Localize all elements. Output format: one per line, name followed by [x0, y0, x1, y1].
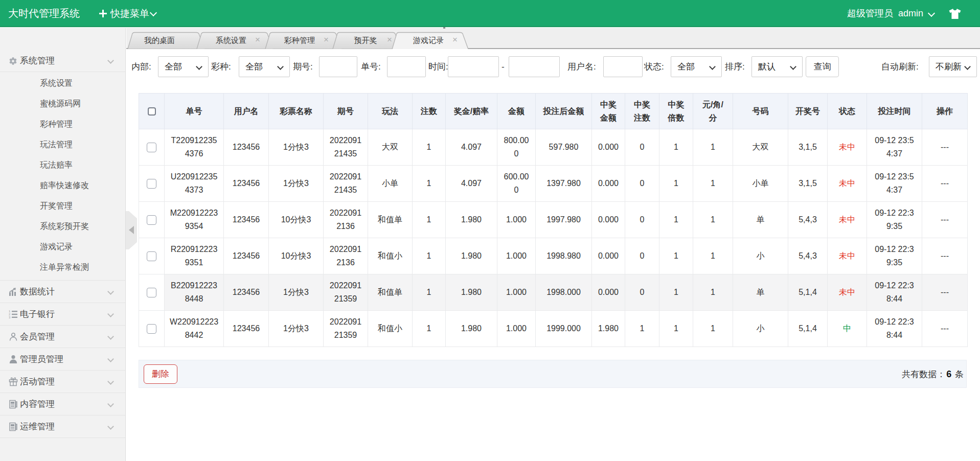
svg-text:3: 3: [9, 316, 11, 319]
